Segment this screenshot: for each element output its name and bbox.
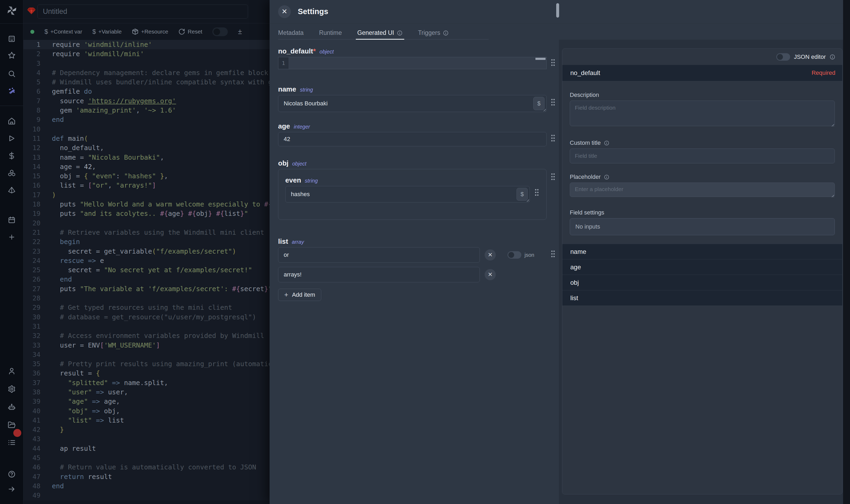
scrollbar-thumb[interactable]: [556, 3, 559, 18]
app: $ +Context var $ +Variable +Resource Res…: [0, 0, 850, 504]
properties-zone: JSON editor no_default Required Descript…: [559, 40, 843, 504]
schema-row-name[interactable]: name: [562, 244, 842, 259]
add-context-var-button[interactable]: $ +Context var: [44, 28, 82, 35]
json-toggle[interactable]: [507, 251, 521, 259]
schema-row-age[interactable]: age: [562, 259, 842, 275]
info-icon[interactable]: [397, 30, 403, 36]
drag-handle-icon[interactable]: [550, 98, 556, 106]
field-type-label: object: [320, 49, 334, 55]
field-age: age integer: [278, 122, 547, 146]
package-icon: [132, 28, 139, 35]
json-editor-toggle[interactable]: [776, 53, 790, 61]
diff-icon[interactable]: ±: [238, 28, 242, 36]
titlebar: [23, 0, 270, 23]
field-name: name string $: [278, 85, 547, 112]
variables-dollar-icon[interactable]: [8, 152, 16, 160]
schedules-calendar-icon[interactable]: [8, 216, 16, 224]
schemas-pyramid-icon[interactable]: [8, 186, 16, 194]
placeholder-label: Placeholder: [570, 174, 835, 180]
drag-handle-icon[interactable]: [550, 134, 556, 142]
drag-handle-icon[interactable]: [550, 173, 556, 181]
field-obj: obj object even string $: [278, 159, 547, 220]
workspace-icon[interactable]: [8, 35, 16, 43]
custom-title-input[interactable]: [570, 148, 835, 163]
remove-item-icon[interactable]: ✕: [485, 269, 496, 280]
audit-logs-icon[interactable]: [8, 438, 16, 447]
ai-wand-icon[interactable]: [7, 87, 16, 95]
editor-toolbar: $ +Context var $ +Variable +Resource Res…: [23, 23, 270, 40]
schema-field-list: name age obj list: [562, 244, 842, 306]
editor-toggle[interactable]: [212, 28, 228, 36]
code-editor[interactable]: 1require 'windmill/inline'2require 'wind…: [23, 40, 270, 500]
drag-handle-icon[interactable]: [534, 188, 539, 197]
settings-gear-icon[interactable]: [8, 385, 16, 393]
home-icon[interactable]: [8, 117, 16, 125]
drag-handle-icon[interactable]: [550, 58, 556, 67]
add-resource-button[interactable]: +Resource: [132, 28, 168, 35]
schema-row-list[interactable]: list: [562, 290, 842, 306]
description-textarea[interactable]: [570, 101, 835, 126]
editor-gutter: 1: [278, 57, 288, 69]
windmill-logo-icon[interactable]: [5, 4, 18, 17]
close-icon[interactable]: ✕: [278, 5, 291, 18]
insert-variable-button[interactable]: $: [533, 97, 544, 110]
folders-icon[interactable]: [8, 421, 16, 429]
tab-runtime[interactable]: Runtime: [319, 23, 342, 39]
user-icon[interactable]: [8, 367, 16, 375]
code-lines: 1require 'windmill/inline'2require 'wind…: [23, 40, 270, 500]
sidebar: [0, 0, 23, 504]
reset-refresh-icon: [178, 28, 185, 35]
add-variable-button[interactable]: $ +Variable: [92, 28, 122, 35]
mini-scrollbar[interactable]: [536, 58, 545, 60]
obj-nested-container: even string $: [278, 169, 547, 220]
field-name-label: no_default*: [278, 47, 316, 55]
selected-field-row[interactable]: no_default Required: [562, 65, 842, 81]
dollar-icon: $: [92, 28, 96, 35]
insert-variable-button[interactable]: $: [517, 188, 528, 201]
no-default-json-input[interactable]: 1: [278, 57, 547, 69]
info-icon[interactable]: [604, 140, 610, 146]
sidebar-divider-top: [0, 23, 23, 24]
drawer-title: Settings: [298, 7, 328, 16]
add-item-button[interactable]: + Add item: [278, 289, 321, 301]
status-dot: [30, 30, 34, 34]
field-properties-panel: JSON editor no_default Required Descript…: [562, 49, 843, 494]
info-icon[interactable]: [830, 54, 835, 60]
settings-tabs: Metadata Runtime Generated UI Triggers: [270, 23, 843, 40]
runs-play-icon[interactable]: [8, 134, 16, 142]
field-settings-box: No inputs: [570, 218, 835, 235]
settings-drawer: ✕ Settings Metadata Runtime Generated UI: [270, 0, 843, 504]
schema-form-column: no_default* object 1 name string: [270, 40, 559, 504]
schema-row-obj[interactable]: obj: [562, 275, 842, 290]
required-badge: Required: [812, 70, 835, 76]
script-editor-pane: $ +Context var $ +Variable +Resource Res…: [23, 0, 270, 504]
info-icon[interactable]: [443, 30, 449, 36]
workers-bot-icon[interactable]: [8, 403, 16, 411]
placeholder-textarea[interactable]: [570, 182, 835, 197]
name-input[interactable]: [278, 95, 547, 112]
collapse-arrow-icon[interactable]: [8, 485, 16, 493]
backdrop-strip: [843, 0, 850, 504]
help-icon[interactable]: [8, 470, 16, 478]
drag-handle-icon[interactable]: [550, 250, 556, 258]
list-item-input[interactable]: [278, 267, 480, 282]
list-item-row: ✕ json: [278, 247, 547, 263]
add-plus-icon[interactable]: [8, 233, 15, 241]
tab-triggers[interactable]: Triggers: [418, 23, 449, 39]
remove-item-icon[interactable]: ✕: [485, 249, 496, 260]
tab-generated-ui[interactable]: Generated UI: [357, 23, 403, 39]
script-title-input[interactable]: [37, 4, 248, 19]
resources-boxes-icon[interactable]: [8, 169, 16, 177]
tab-metadata[interactable]: Metadata: [278, 23, 304, 39]
info-icon[interactable]: [604, 174, 610, 180]
search-icon[interactable]: [8, 70, 16, 78]
ruby-language-icon: [26, 7, 36, 15]
notification-badge: [13, 429, 21, 437]
favorites-star-icon[interactable]: [8, 51, 16, 59]
list-item-input[interactable]: [278, 247, 480, 263]
even-input[interactable]: [285, 186, 530, 202]
generated-ui-content: no_default* object 1 name string: [270, 40, 843, 504]
reset-button[interactable]: Reset: [178, 28, 202, 35]
field-settings-label: Field settings: [570, 209, 835, 216]
age-input[interactable]: [278, 132, 547, 146]
